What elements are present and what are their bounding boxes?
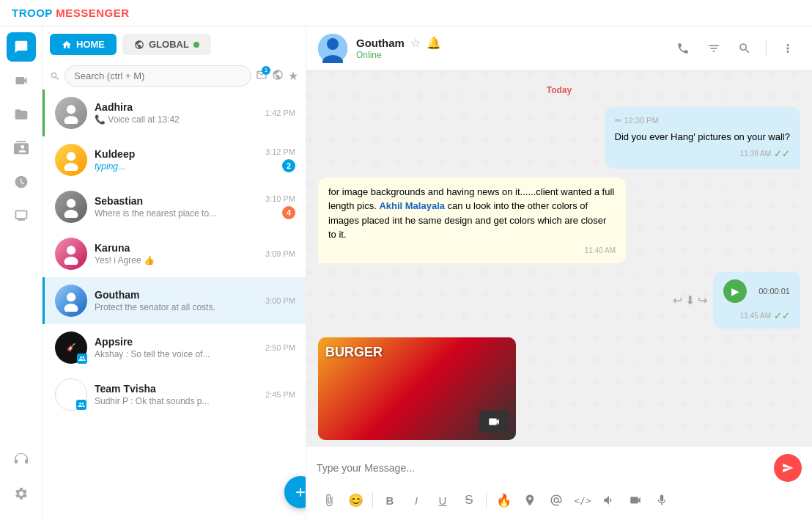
avatar-appsire: 🎸: [55, 332, 87, 364]
chat-panel: Goutham ☆ 🔔 Online: [306, 26, 812, 520]
message-text-2: for image backgrounds and having news on…: [328, 185, 616, 242]
avatar-goutham: [55, 285, 87, 317]
contact-panel: HOME GLOBAL 1 ★: [43, 26, 306, 520]
contact-name-teamtvisha: Team Tvisha: [95, 383, 258, 395]
main-layout: HOME GLOBAL 1 ★: [0, 26, 812, 520]
emoji-icon[interactable]: 😊: [343, 488, 368, 513]
search-input[interactable]: [64, 65, 251, 87]
contact-name-goutham: Goutham: [95, 289, 258, 301]
voice-message-actions: ↩ ⬇ ↪: [673, 293, 707, 307]
reply-icon[interactable]: ↩: [673, 293, 682, 307]
contact-list: Aadhira 📞 Voice call at 13:42 1:42 PM Ku…: [43, 89, 306, 520]
video-call-icon[interactable]: [623, 488, 648, 513]
star-filter-icon[interactable]: ★: [288, 69, 298, 83]
contact-item-kuldeep[interactable]: Kuldeep typing... 3:12 PM 2: [43, 136, 306, 183]
folder-icon[interactable]: [7, 100, 36, 129]
message-time-1: 11:39 AM: [740, 148, 771, 159]
notification-badge: 1: [262, 66, 270, 75]
star-icon[interactable]: ☆: [410, 36, 421, 50]
bell-icon[interactable]: 🔔: [427, 36, 441, 50]
message-received-1: for image backgrounds and having news on…: [318, 177, 800, 263]
contact-item-sebastian[interactable]: Sebastian Where is the nearest place to.…: [43, 183, 306, 230]
svg-point-7: [64, 257, 78, 265]
mention-icon[interactable]: [544, 488, 569, 513]
contact-item-goutham[interactable]: Goutham Protect the senator at all costs…: [43, 277, 306, 324]
voice-controls: ▶ 00:00:01: [723, 279, 790, 303]
avatar-kuldeep: [55, 144, 87, 176]
forward-icon[interactable]: ↪: [698, 293, 707, 307]
contact-meta-appsire: 2:50 PM: [265, 343, 295, 352]
chat-header-actions: [671, 36, 800, 61]
logo-messenger: MESSENGER: [56, 7, 129, 19]
audio-settings-icon[interactable]: [597, 488, 621, 513]
more-options-icon[interactable]: [775, 36, 800, 61]
contacts-icon[interactable]: [7, 133, 36, 163]
fire-icon[interactable]: 🔥: [491, 488, 516, 513]
avatar-teamtvisha: 🅥: [55, 378, 87, 411]
underline-icon[interactable]: U: [430, 488, 455, 513]
avatar-karuna: [55, 238, 87, 270]
global-tab[interactable]: GLOBAL: [122, 34, 211, 55]
app-logo: TROOP MESSENGER: [12, 7, 130, 19]
play-button[interactable]: ▶: [723, 279, 747, 303]
toolbar-divider-2: [486, 492, 487, 508]
attach-icon[interactable]: [317, 488, 342, 513]
code-icon[interactable]: </>: [570, 488, 595, 513]
contact-time-kuldeep: 3:12 PM: [265, 147, 295, 156]
notification-icon[interactable]: 1: [256, 69, 267, 84]
svg-point-8: [67, 293, 75, 301]
bold-icon[interactable]: B: [377, 488, 402, 513]
message-voice: ↩ ⬇ ↪ ▶ 00:00:01 11:45 AM: [318, 272, 800, 329]
contact-preview-goutham: Protect the senator at all costs.: [95, 302, 258, 312]
global-tab-label: GLOBAL: [149, 39, 189, 50]
logo-troop: TROOP: [12, 7, 53, 19]
clock-icon[interactable]: [7, 167, 36, 197]
voice-message-meta: 11:45 AM ✓✓: [723, 310, 790, 321]
icon-bar-bottom: [7, 445, 36, 508]
message-sent-1: ✏ 12:30 PM Did you ever Hang' pictures o…: [318, 107, 800, 169]
contact-time-teamtvisha: 2:45 PM: [265, 390, 295, 399]
contact-time-sebastian: 3:10 PM: [265, 194, 295, 203]
contact-item-aadhira[interactable]: Aadhira 📞 Voice call at 13:42 1:42 PM: [43, 89, 306, 136]
italic-icon[interactable]: I: [404, 488, 429, 513]
video-icon[interactable]: [7, 66, 36, 95]
image-preview: BURGER: [318, 337, 516, 440]
contact-meta-sebastian: 3:10 PM 4: [265, 194, 295, 219]
phone-icon[interactable]: [671, 36, 695, 61]
contact-name-karuna: Karuna: [95, 242, 258, 254]
contact-info-goutham: Goutham Protect the senator at all costs…: [95, 289, 258, 312]
settings-icon[interactable]: [7, 479, 36, 508]
read-icon-1: ✓✓: [774, 147, 790, 161]
send-button[interactable]: [774, 454, 802, 482]
chat-input-area: 😊 B I U S 🔥 </>: [306, 446, 812, 520]
strikethrough-icon[interactable]: S: [457, 488, 481, 513]
toolbar-divider-1: [372, 492, 373, 508]
contact-item-teamtvisha[interactable]: 🅥 Team Tvisha Sudhir P : Ok that sounds …: [43, 371, 306, 418]
contact-preview-teamtvisha: Sudhir P : Ok that sounds p...: [95, 396, 258, 406]
home-tab[interactable]: HOME: [50, 34, 117, 55]
filter-icon[interactable]: [701, 36, 726, 61]
home-tab-label: HOME: [76, 39, 105, 50]
contact-name-appsire: Appsire: [95, 336, 258, 348]
mic-icon[interactable]: [649, 488, 674, 513]
contact-preview-kuldeep: typing...: [95, 161, 258, 172]
headset-icon[interactable]: [7, 445, 36, 475]
bubble-received-1: for image backgrounds and having news on…: [318, 177, 626, 263]
chat-messages: Today ✏ 12:30 PM Did you ever Hang' pict…: [306, 70, 812, 446]
contact-item-appsire[interactable]: 🎸 Appsire Akshay : So tell the voice of.…: [43, 324, 306, 371]
chat-input-row: [317, 454, 802, 482]
settings-filter-icon[interactable]: [272, 69, 284, 84]
search-icon: [50, 71, 60, 81]
chat-icon[interactable]: [7, 32, 36, 62]
monitor-icon[interactable]: [7, 201, 36, 230]
download-icon[interactable]: ⬇: [685, 293, 695, 307]
contact-item-karuna[interactable]: Karuna Yes! i Agree 👍 3:09 PM: [43, 230, 306, 277]
bubble-sent-1: ✏ 12:30 PM Did you ever Hang' pictures o…: [605, 107, 801, 169]
contact-info-kuldeep: Kuldeep typing...: [95, 148, 258, 172]
contact-time-aadhira: 1:42 PM: [265, 109, 295, 117]
message-input[interactable]: [317, 462, 768, 474]
location-icon[interactable]: [517, 488, 542, 513]
search-chat-icon[interactable]: [732, 36, 757, 61]
header-divider: [766, 40, 767, 57]
badge-kuldeep: 2: [282, 159, 295, 172]
